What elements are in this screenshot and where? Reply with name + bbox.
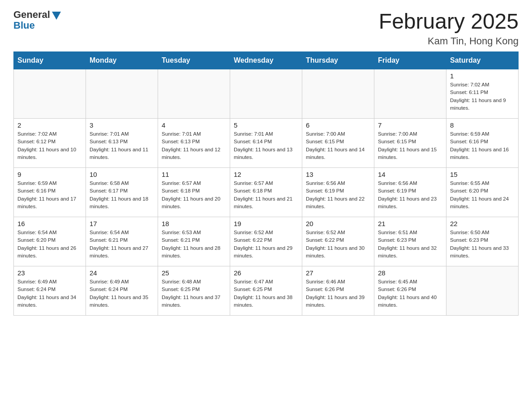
calendar-cell: 11Sunrise: 6:57 AMSunset: 6:18 PMDayligh… xyxy=(158,168,230,217)
calendar-cell: 19Sunrise: 6:52 AMSunset: 6:22 PMDayligh… xyxy=(230,217,302,266)
day-number: 5 xyxy=(234,121,298,129)
day-info: Sunrise: 6:48 AMSunset: 6:25 PMDaylight:… xyxy=(162,278,226,309)
calendar-cell: 13Sunrise: 6:56 AMSunset: 6:19 PMDayligh… xyxy=(302,168,374,217)
calendar-cell xyxy=(86,69,158,119)
day-number: 14 xyxy=(378,171,442,178)
day-info: Sunrise: 7:00 AMSunset: 6:15 PMDaylight:… xyxy=(378,130,442,161)
calendar-cell: 15Sunrise: 6:55 AMSunset: 6:20 PMDayligh… xyxy=(446,168,519,217)
weekday-header-thursday: Thursday xyxy=(302,52,374,69)
calendar-body: 1Sunrise: 7:02 AMSunset: 6:11 PMDaylight… xyxy=(14,69,519,316)
day-number: 12 xyxy=(234,171,298,178)
calendar-cell: 20Sunrise: 6:52 AMSunset: 6:22 PMDayligh… xyxy=(302,217,374,266)
day-info: Sunrise: 6:49 AMSunset: 6:24 PMDaylight:… xyxy=(17,278,82,309)
day-number: 18 xyxy=(162,220,226,227)
day-info: Sunrise: 6:46 AMSunset: 6:26 PMDaylight:… xyxy=(306,278,370,309)
day-info: Sunrise: 7:01 AMSunset: 6:14 PMDaylight:… xyxy=(234,130,298,161)
day-info: Sunrise: 6:57 AMSunset: 6:18 PMDaylight:… xyxy=(234,180,298,210)
day-info: Sunrise: 6:59 AMSunset: 6:16 PMDaylight:… xyxy=(450,130,515,161)
day-number: 21 xyxy=(378,220,442,227)
location-title: Kam Tin, Hong Kong xyxy=(379,35,519,47)
calendar-header: SundayMondayTuesdayWednesdayThursdayFrid… xyxy=(14,52,519,69)
calendar-week-row: 1Sunrise: 7:02 AMSunset: 6:11 PMDaylight… xyxy=(14,69,519,119)
weekday-header-monday: Monday xyxy=(86,52,158,69)
calendar-cell: 25Sunrise: 6:48 AMSunset: 6:25 PMDayligh… xyxy=(158,266,230,316)
day-info: Sunrise: 6:54 AMSunset: 6:21 PMDaylight:… xyxy=(90,229,154,260)
day-number: 8 xyxy=(450,121,515,129)
day-number: 13 xyxy=(306,171,370,178)
day-number: 15 xyxy=(450,171,515,178)
day-number: 20 xyxy=(306,220,370,227)
day-info: Sunrise: 6:52 AMSunset: 6:22 PMDaylight:… xyxy=(234,229,298,260)
calendar-table: SundayMondayTuesdayWednesdayThursdayFrid… xyxy=(13,51,519,316)
logo-blue-text: Blue xyxy=(13,20,35,31)
calendar-cell: 6Sunrise: 7:00 AMSunset: 6:15 PMDaylight… xyxy=(302,119,374,168)
day-number: 6 xyxy=(306,121,370,129)
weekday-header-sunday: Sunday xyxy=(14,52,86,69)
day-number: 1 xyxy=(450,72,515,80)
day-info: Sunrise: 7:01 AMSunset: 6:13 PMDaylight:… xyxy=(90,130,154,161)
day-number: 26 xyxy=(234,269,298,277)
calendar-cell: 3Sunrise: 7:01 AMSunset: 6:13 PMDaylight… xyxy=(86,119,158,168)
calendar-cell xyxy=(14,69,86,119)
day-info: Sunrise: 6:45 AMSunset: 6:26 PMDaylight:… xyxy=(378,278,442,309)
calendar-cell: 21Sunrise: 6:51 AMSunset: 6:23 PMDayligh… xyxy=(374,217,446,266)
weekday-header-row: SundayMondayTuesdayWednesdayThursdayFrid… xyxy=(14,52,519,69)
calendar-week-row: 16Sunrise: 6:54 AMSunset: 6:20 PMDayligh… xyxy=(14,217,519,266)
weekday-header-wednesday: Wednesday xyxy=(230,52,302,69)
day-info: Sunrise: 7:02 AMSunset: 6:12 PMDaylight:… xyxy=(17,130,82,161)
day-info: Sunrise: 6:57 AMSunset: 6:18 PMDaylight:… xyxy=(162,180,226,210)
day-number: 17 xyxy=(90,220,154,227)
day-number: 2 xyxy=(17,121,82,129)
weekday-header-tuesday: Tuesday xyxy=(158,52,230,69)
day-number: 24 xyxy=(90,269,154,277)
day-number: 4 xyxy=(162,121,226,129)
day-number: 28 xyxy=(378,269,442,277)
logo-triangle-icon xyxy=(52,12,61,20)
month-title: February 2025 xyxy=(379,9,519,34)
day-info: Sunrise: 6:54 AMSunset: 6:20 PMDaylight:… xyxy=(17,229,82,260)
calendar-cell: 28Sunrise: 6:45 AMSunset: 6:26 PMDayligh… xyxy=(374,266,446,316)
calendar-cell: 18Sunrise: 6:53 AMSunset: 6:21 PMDayligh… xyxy=(158,217,230,266)
logo: General Blue xyxy=(13,9,61,31)
day-number: 22 xyxy=(450,220,515,227)
day-number: 7 xyxy=(378,121,442,129)
day-info: Sunrise: 7:00 AMSunset: 6:15 PMDaylight:… xyxy=(306,130,370,161)
calendar-cell: 27Sunrise: 6:46 AMSunset: 6:26 PMDayligh… xyxy=(302,266,374,316)
day-info: Sunrise: 7:01 AMSunset: 6:13 PMDaylight:… xyxy=(162,130,226,161)
day-number: 27 xyxy=(306,269,370,277)
day-info: Sunrise: 6:58 AMSunset: 6:17 PMDaylight:… xyxy=(90,180,154,210)
day-number: 25 xyxy=(162,269,226,277)
day-info: Sunrise: 6:55 AMSunset: 6:20 PMDaylight:… xyxy=(450,180,515,210)
calendar-cell: 2Sunrise: 7:02 AMSunset: 6:12 PMDaylight… xyxy=(14,119,86,168)
calendar-week-row: 23Sunrise: 6:49 AMSunset: 6:24 PMDayligh… xyxy=(14,266,519,316)
calendar-week-row: 9Sunrise: 6:59 AMSunset: 6:16 PMDaylight… xyxy=(14,168,519,217)
day-info: Sunrise: 7:02 AMSunset: 6:11 PMDaylight:… xyxy=(450,81,515,112)
day-info: Sunrise: 6:59 AMSunset: 6:16 PMDaylight:… xyxy=(17,180,82,210)
weekday-header-friday: Friday xyxy=(374,52,446,69)
day-number: 16 xyxy=(17,220,82,227)
day-number: 11 xyxy=(162,171,226,178)
day-info: Sunrise: 6:52 AMSunset: 6:22 PMDaylight:… xyxy=(306,229,370,260)
day-number: 19 xyxy=(234,220,298,227)
day-info: Sunrise: 6:53 AMSunset: 6:21 PMDaylight:… xyxy=(162,229,226,260)
day-info: Sunrise: 6:51 AMSunset: 6:23 PMDaylight:… xyxy=(378,229,442,260)
calendar-cell: 24Sunrise: 6:49 AMSunset: 6:24 PMDayligh… xyxy=(86,266,158,316)
calendar-cell xyxy=(374,69,446,119)
calendar-cell: 9Sunrise: 6:59 AMSunset: 6:16 PMDaylight… xyxy=(14,168,86,217)
calendar-cell xyxy=(158,69,230,119)
calendar-cell: 22Sunrise: 6:50 AMSunset: 6:23 PMDayligh… xyxy=(446,217,519,266)
calendar-cell: 26Sunrise: 6:47 AMSunset: 6:25 PMDayligh… xyxy=(230,266,302,316)
weekday-header-saturday: Saturday xyxy=(446,52,519,69)
page-header: General Blue February 2025 Kam Tin, Hong… xyxy=(13,9,519,47)
day-info: Sunrise: 6:56 AMSunset: 6:19 PMDaylight:… xyxy=(378,180,442,210)
calendar-cell: 23Sunrise: 6:49 AMSunset: 6:24 PMDayligh… xyxy=(14,266,86,316)
day-info: Sunrise: 6:50 AMSunset: 6:23 PMDaylight:… xyxy=(450,229,515,260)
title-area: February 2025 Kam Tin, Hong Kong xyxy=(379,9,519,47)
calendar-cell xyxy=(230,69,302,119)
calendar-week-row: 2Sunrise: 7:02 AMSunset: 6:12 PMDaylight… xyxy=(14,119,519,168)
day-info: Sunrise: 6:56 AMSunset: 6:19 PMDaylight:… xyxy=(306,180,370,210)
calendar-cell: 14Sunrise: 6:56 AMSunset: 6:19 PMDayligh… xyxy=(374,168,446,217)
calendar-cell: 10Sunrise: 6:58 AMSunset: 6:17 PMDayligh… xyxy=(86,168,158,217)
calendar-cell xyxy=(302,69,374,119)
calendar-cell: 7Sunrise: 7:00 AMSunset: 6:15 PMDaylight… xyxy=(374,119,446,168)
